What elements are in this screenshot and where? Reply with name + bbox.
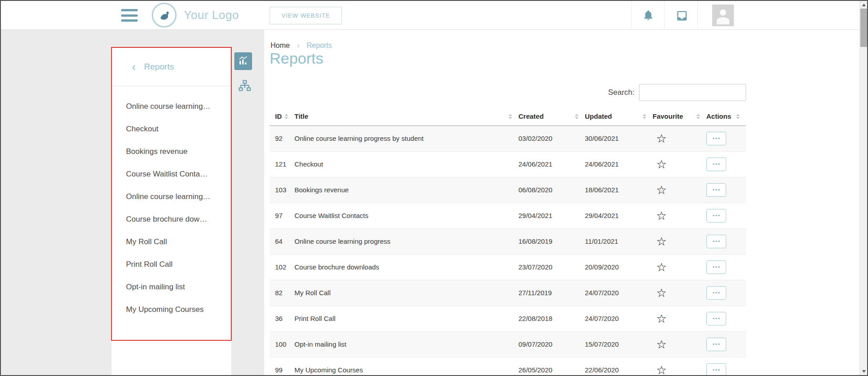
report-title: Bookings revenue bbox=[294, 177, 518, 203]
report-title: My Roll Call bbox=[294, 280, 518, 306]
row-actions-button[interactable]: ••• bbox=[706, 286, 726, 300]
favourite-star-icon[interactable]: ☆ bbox=[653, 339, 667, 350]
logo-text: Your Logo bbox=[184, 8, 239, 22]
report-title: My Upcoming Courses bbox=[294, 357, 518, 376]
sort-icon bbox=[285, 114, 288, 119]
menu-icon[interactable] bbox=[121, 9, 138, 22]
sidebar-item[interactable]: Checkout bbox=[112, 118, 231, 140]
favourite-star-icon[interactable]: ☆ bbox=[653, 210, 667, 222]
topbar-divider bbox=[697, 1, 698, 30]
column-label: Favourite bbox=[653, 112, 683, 120]
row-actions-button[interactable]: ••• bbox=[706, 183, 726, 197]
table-row: 100 Opt-in mailing list 09/07/2020 15/07… bbox=[270, 331, 746, 357]
ellipsis-icon: ••• bbox=[712, 367, 721, 372]
table-row: 102 Course brochure downloads 23/07/2020… bbox=[270, 254, 746, 280]
report-created: 03/02/2020 bbox=[518, 125, 585, 151]
search-label: Search: bbox=[608, 88, 635, 97]
row-actions-button[interactable]: ••• bbox=[706, 338, 726, 351]
chart-view-button[interactable] bbox=[234, 52, 252, 70]
row-actions-button[interactable]: ••• bbox=[706, 312, 726, 325]
row-actions-button[interactable]: ••• bbox=[706, 132, 726, 145]
favourite-star-icon[interactable]: ☆ bbox=[653, 287, 667, 299]
sort-icon bbox=[643, 114, 646, 119]
row-actions-button[interactable]: ••• bbox=[706, 235, 726, 248]
column-header-id[interactable]: ID bbox=[270, 107, 294, 125]
row-actions-button[interactable]: ••• bbox=[706, 363, 726, 376]
sidebar-item[interactable]: My Upcoming Courses bbox=[112, 298, 231, 321]
report-title: Online course learning progress bbox=[294, 228, 518, 254]
sidebar-item[interactable]: My Roll Call bbox=[112, 231, 231, 253]
scroll-thumb[interactable] bbox=[860, 9, 867, 47]
sidebar-item[interactable]: Online course learning… bbox=[112, 186, 231, 208]
report-title: Opt-in mailing list bbox=[294, 331, 518, 357]
scroll-down-button[interactable] bbox=[860, 367, 868, 375]
column-label: Actions bbox=[706, 112, 731, 120]
ellipsis-icon: ••• bbox=[712, 187, 721, 192]
search-input[interactable] bbox=[639, 84, 746, 101]
report-updated: 11/01/2021 bbox=[585, 228, 653, 254]
main-content: Home › Reports Reports Search: ID bbox=[264, 30, 859, 375]
report-updated: 24/07/2020 bbox=[585, 306, 653, 331]
bell-icon bbox=[642, 16, 654, 23]
view-website-button[interactable]: VIEW WEBSITE bbox=[270, 7, 342, 24]
user-silhouette-icon bbox=[714, 6, 733, 26]
column-label: Created bbox=[518, 112, 544, 120]
scroll-up-button[interactable] bbox=[860, 1, 868, 9]
report-updated: 24/07/2020 bbox=[585, 280, 653, 306]
notifications-button[interactable] bbox=[642, 9, 654, 23]
sidebar: ‹ Reports Online course learning… Checko… bbox=[112, 47, 231, 375]
report-updated: 29/04/2021 bbox=[585, 203, 653, 228]
sort-icon bbox=[509, 114, 512, 119]
report-updated: 30/06/2021 bbox=[585, 125, 653, 151]
sidebar-item[interactable]: Opt-in mailing list bbox=[112, 276, 231, 298]
sidebar-item[interactable]: Course Waitlist Conta… bbox=[112, 163, 231, 186]
report-id: 99 bbox=[270, 357, 294, 376]
column-header-title[interactable]: Title bbox=[294, 107, 518, 125]
sort-icon bbox=[696, 114, 700, 119]
report-id: 82 bbox=[270, 280, 294, 306]
column-label: Updated bbox=[585, 112, 612, 120]
sidebar-back-header[interactable]: ‹ Reports bbox=[112, 47, 231, 86]
breadcrumb-separator-icon: › bbox=[297, 42, 299, 50]
table-row: 99 My Upcoming Courses 26/05/2020 22/06/… bbox=[270, 357, 746, 376]
row-actions-button[interactable]: ••• bbox=[706, 209, 726, 223]
table-row: 92 Online course learning progress by st… bbox=[270, 125, 746, 151]
column-header-created[interactable]: Created bbox=[518, 107, 585, 125]
favourite-star-icon[interactable]: ☆ bbox=[653, 261, 667, 273]
column-header-updated[interactable]: Updated bbox=[585, 107, 653, 125]
sidebar-item[interactable]: Bookings revenue bbox=[112, 140, 231, 163]
table-row: 103 Bookings revenue 06/08/2020 18/06/20… bbox=[270, 177, 746, 203]
sidebar-menu: Online course learning… Checkout Booking… bbox=[112, 95, 231, 321]
avatar[interactable] bbox=[712, 5, 734, 26]
breadcrumb: Home › Reports bbox=[271, 42, 332, 50]
report-created: 22/08/2018 bbox=[518, 306, 585, 331]
report-updated: 15/07/2020 bbox=[585, 331, 653, 357]
column-header-favourite[interactable]: Favourite bbox=[653, 107, 706, 125]
sitemap-view-button[interactable] bbox=[238, 79, 252, 93]
ellipsis-icon: ••• bbox=[712, 239, 721, 244]
inbox-button[interactable] bbox=[676, 9, 688, 23]
favourite-star-icon[interactable]: ☆ bbox=[653, 133, 667, 144]
report-id: 97 bbox=[270, 203, 294, 228]
sidebar-item[interactable]: Course brochure dow… bbox=[112, 208, 231, 231]
report-id: 64 bbox=[270, 228, 294, 254]
favourite-star-icon[interactable]: ☆ bbox=[653, 158, 667, 170]
report-title: Checkout bbox=[294, 151, 518, 177]
scrollbar[interactable] bbox=[859, 1, 867, 375]
topbar: Your Logo VIEW WEBSITE bbox=[1, 1, 859, 30]
topbar-divider bbox=[631, 1, 632, 30]
breadcrumb-home[interactable]: Home bbox=[271, 42, 290, 50]
column-header-actions[interactable]: Actions bbox=[706, 107, 746, 125]
favourite-star-icon[interactable]: ☆ bbox=[653, 184, 667, 196]
sidebar-item[interactable]: Online course learning… bbox=[112, 95, 231, 118]
sidebar-item[interactable]: Print Roll Call bbox=[112, 253, 231, 276]
logo[interactable]: Your Logo bbox=[152, 3, 239, 28]
favourite-star-icon[interactable]: ☆ bbox=[653, 236, 667, 247]
report-created: 06/08/2020 bbox=[518, 177, 585, 203]
favourite-star-icon[interactable]: ☆ bbox=[653, 313, 667, 325]
row-actions-button[interactable]: ••• bbox=[706, 260, 726, 274]
row-actions-button[interactable]: ••• bbox=[706, 158, 726, 171]
favourite-star-icon[interactable]: ☆ bbox=[653, 364, 667, 376]
ellipsis-icon: ••• bbox=[712, 342, 721, 347]
report-updated: 22/06/2020 bbox=[585, 357, 653, 376]
